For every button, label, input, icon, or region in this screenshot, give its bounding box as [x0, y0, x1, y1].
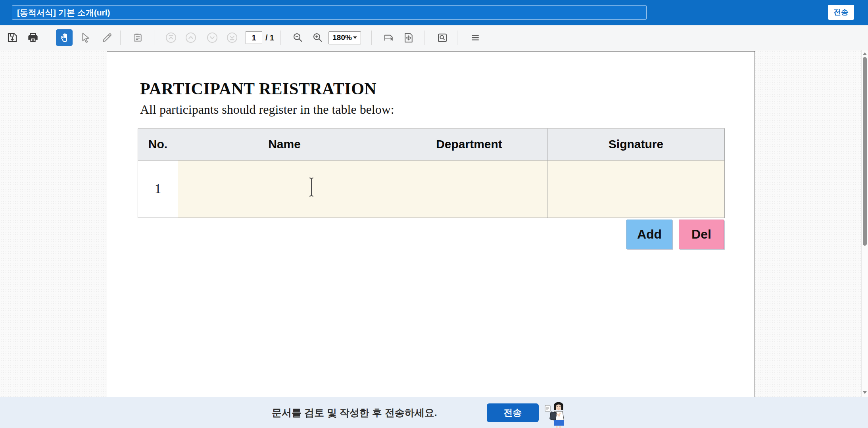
- next-page-icon[interactable]: [206, 31, 219, 44]
- registration-table: No. Name Department Signature 1: [138, 128, 725, 218]
- del-row-button[interactable]: Del: [679, 220, 724, 249]
- toolbar-divider: [371, 31, 372, 45]
- page-number-input[interactable]: [246, 31, 262, 44]
- search-icon[interactable]: [436, 32, 448, 44]
- fit-width-icon[interactable]: [383, 32, 395, 44]
- header-signature: Signature: [547, 129, 725, 160]
- pdf-page: PARTICIPANT REISTRATION All participants…: [107, 51, 755, 397]
- toolbar-divider: [457, 31, 457, 45]
- page-total-label: / 1: [265, 33, 274, 42]
- table-row: 1: [138, 160, 725, 218]
- instruction-text: 문서를 검토 및 작성한 후 전송하세요.: [272, 406, 437, 419]
- document-title-input[interactable]: [12, 5, 647, 20]
- chevron-down-icon: [353, 36, 357, 39]
- scroll-down-arrow-icon[interactable]: [863, 391, 867, 394]
- scrollbar-thumb[interactable]: [863, 57, 867, 246]
- send-button-bottom[interactable]: 전송: [487, 403, 539, 422]
- header-name: Name: [178, 129, 391, 160]
- scroll-up-arrow-icon[interactable]: [863, 52, 867, 55]
- zoom-in-icon[interactable]: [312, 32, 324, 44]
- zoom-out-icon[interactable]: [292, 32, 304, 44]
- toolbar-divider: [424, 31, 424, 45]
- doc-heading: PARTICIPANT REISTRATION: [140, 79, 376, 98]
- save-icon[interactable]: [6, 32, 18, 44]
- assistant-character-illustration: [544, 399, 570, 428]
- row-number-cell: 1: [138, 160, 178, 218]
- bottombar: 문서를 검토 및 작성한 후 전송하세요. 전송: [0, 397, 868, 428]
- zoom-level-select[interactable]: 180%: [328, 31, 361, 44]
- fit-page-icon[interactable]: [403, 32, 415, 44]
- toolbar-divider: [47, 31, 47, 45]
- toolbar-divider: [280, 31, 281, 45]
- toolbar-divider: [120, 31, 121, 45]
- pen-tool-icon[interactable]: [101, 32, 113, 44]
- pdf-toolbar: / 1 180%: [0, 25, 868, 50]
- select-tool-icon[interactable]: [80, 32, 92, 44]
- menu-icon[interactable]: [469, 32, 481, 44]
- department-input-cell[interactable]: [391, 160, 547, 218]
- document-viewport[interactable]: PARTICIPANT REISTRATION All participants…: [0, 50, 861, 397]
- vertical-scrollbar[interactable]: [861, 50, 868, 397]
- add-row-button[interactable]: Add: [626, 220, 672, 249]
- text-cursor-pointer: [307, 177, 315, 197]
- zoom-level-value: 180%: [332, 33, 352, 42]
- hand-tool-icon[interactable]: [56, 29, 73, 46]
- print-icon[interactable]: [27, 32, 39, 44]
- send-button-top[interactable]: 전송: [828, 5, 854, 20]
- header-department: Department: [391, 129, 547, 160]
- prev-page-icon[interactable]: [184, 31, 197, 44]
- first-page-icon[interactable]: [165, 31, 177, 44]
- toolbar-divider: [154, 31, 154, 45]
- signature-input-cell[interactable]: [547, 160, 725, 218]
- topbar: 전송: [0, 0, 868, 25]
- table-header-row: No. Name Department Signature: [138, 129, 725, 160]
- name-input-cell[interactable]: [178, 160, 391, 218]
- header-no: No.: [138, 129, 178, 160]
- note-icon[interactable]: [132, 32, 144, 44]
- pdf-form-app: 전송: [0, 0, 868, 428]
- last-page-icon[interactable]: [226, 31, 238, 44]
- doc-subtitle: All participants should register in the …: [140, 102, 394, 117]
